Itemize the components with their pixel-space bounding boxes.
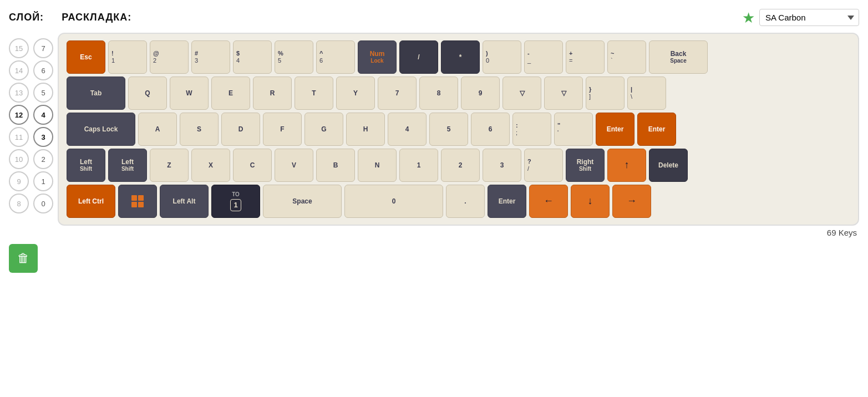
key-num9[interactable]: 9	[461, 77, 500, 110]
key-arrow-left[interactable]: ←	[529, 185, 568, 218]
key-n[interactable]: N	[358, 149, 397, 182]
key-w[interactable]: W	[170, 77, 209, 110]
delete-button[interactable]: 🗑	[9, 244, 38, 273]
key-enter2[interactable]: Enter	[637, 113, 676, 146]
key-t[interactable]: T	[295, 77, 333, 110]
header-right: ★ SA Carbon SA Oblivion GMK Nord	[742, 9, 859, 26]
layer-num-15[interactable]: 15	[9, 38, 29, 58]
key-x[interactable]: X	[191, 149, 230, 182]
key-space[interactable]: Space	[263, 185, 342, 218]
key-count: 69 Keys	[827, 228, 857, 237]
key-lalt[interactable]: Left Alt	[160, 185, 209, 218]
key-z[interactable]: Z	[150, 149, 189, 182]
key-excl[interactable]: !1	[108, 40, 147, 74]
key-capslock[interactable]: Caps Lock	[67, 113, 135, 146]
key-num7[interactable]: 7	[378, 77, 417, 110]
star-icon[interactable]: ★	[742, 11, 755, 25]
key-lctrl[interactable]: Left Ctrl	[67, 185, 115, 218]
key-quote[interactable]: "'	[554, 113, 593, 146]
key-g[interactable]: G	[304, 113, 343, 146]
key-s[interactable]: S	[180, 113, 219, 146]
key-num2[interactable]: 2	[441, 149, 480, 182]
key-equals[interactable]: +=	[566, 40, 605, 74]
key-num6[interactable]: 6	[471, 113, 510, 146]
layer-num-11[interactable]: 11	[9, 127, 29, 147]
key-pct[interactable]: %5	[275, 40, 313, 74]
key-win[interactable]	[118, 185, 157, 218]
key-arrow-down[interactable]: ↓	[571, 185, 610, 218]
key-num4[interactable]: 4	[388, 113, 427, 146]
header-left: СЛОЙ: РАСКЛАДКА:	[9, 12, 131, 23]
key-num3[interactable]: 3	[483, 149, 521, 182]
row-num-4[interactable]: 4	[33, 105, 53, 125]
key-at[interactable]: @2	[150, 40, 189, 74]
key-row-row1: Esc!1@2#3$4%5^6NumLock/*)0-_+=~`BackSpac…	[67, 40, 850, 74]
key-num1[interactable]: 1	[399, 149, 438, 182]
key-num5[interactable]: 5	[429, 113, 468, 146]
key-numslash[interactable]: /	[399, 40, 438, 74]
key-row-row3: Caps LockASDFGH456:;"'EnterEnter	[67, 113, 850, 146]
key-dollar[interactable]: $4	[233, 40, 272, 74]
key-rcurly[interactable]: }]	[586, 77, 625, 110]
layer-num-14[interactable]: 14	[9, 60, 29, 80]
layout-label: РАСКЛАДКА:	[62, 12, 131, 23]
layout-select[interactable]: SA Carbon SA Oblivion GMK Nord	[759, 9, 859, 26]
row-num-0[interactable]: 0	[33, 194, 53, 213]
key-numstar[interactable]: *	[441, 40, 480, 74]
keyboard-wrapper: Esc!1@2#3$4%5^6NumLock/*)0-_+=~`BackSpac…	[58, 33, 859, 237]
key-lshift2[interactable]: LeftShift	[108, 149, 147, 182]
key-y[interactable]: Y	[336, 77, 375, 110]
windows-icon	[131, 195, 144, 207]
key-d[interactable]: D	[221, 113, 260, 146]
key-lshift1[interactable]: LeftShift	[67, 149, 105, 182]
key-f[interactable]: F	[263, 113, 302, 146]
key-esc[interactable]: Esc	[67, 40, 105, 74]
key-c[interactable]: C	[233, 149, 272, 182]
key-minus[interactable]: -_	[524, 40, 563, 74]
key-h[interactable]: H	[346, 113, 385, 146]
row-num-1[interactable]: 1	[33, 171, 53, 191]
key-rpar[interactable]: )0	[483, 40, 521, 74]
key-delete[interactable]: Delete	[649, 149, 688, 182]
key-colon[interactable]: :;	[512, 113, 551, 146]
layer-num-8[interactable]: 8	[9, 194, 29, 213]
key-pipe[interactable]: |\	[627, 77, 666, 110]
key-v[interactable]: V	[275, 149, 313, 182]
row-num-5[interactable]: 5	[33, 83, 53, 103]
key-to1[interactable]: TO1	[211, 185, 260, 218]
key-r[interactable]: R	[253, 77, 292, 110]
row-num-3[interactable]: 3	[33, 127, 53, 147]
key-tridown1[interactable]: ▽	[502, 77, 541, 110]
key-q[interactable]: Q	[128, 77, 167, 110]
key-b[interactable]: B	[316, 149, 355, 182]
key-numenter[interactable]: Enter	[488, 185, 526, 218]
layer-num-10[interactable]: 10	[9, 149, 29, 169]
key-tilde[interactable]: ~`	[607, 40, 646, 74]
key-hash[interactable]: #3	[191, 40, 230, 74]
key-arrow-up[interactable]: ↑	[607, 149, 646, 182]
key-row-row5: Left CtrlLeft AltTO1Space0.Enter←↓→	[67, 185, 850, 218]
key-a[interactable]: A	[138, 113, 177, 146]
key-backspace[interactable]: BackSpace	[649, 40, 708, 74]
key-tridown2[interactable]: ▽	[544, 77, 583, 110]
layer-num-12[interactable]: 12	[9, 105, 29, 125]
layer-num-13[interactable]: 13	[9, 83, 29, 103]
key-caret[interactable]: ^6	[316, 40, 355, 74]
key-tab[interactable]: Tab	[67, 77, 125, 110]
key-num0[interactable]: 0	[344, 185, 443, 218]
row-num-6[interactable]: 6	[33, 60, 53, 80]
layer-num-9[interactable]: 9	[9, 171, 29, 191]
key-e[interactable]: E	[211, 77, 250, 110]
key-question[interactable]: ?/	[524, 149, 563, 182]
key-rshift[interactable]: RightShift	[566, 149, 605, 182]
key-arrow-right[interactable]: →	[612, 185, 651, 218]
row-num-7[interactable]: 7	[33, 38, 53, 58]
key-numlock[interactable]: NumLock	[358, 40, 397, 74]
key-row-row2: TabQWERTY789▽▽}]|\	[67, 77, 850, 110]
key-num8[interactable]: 8	[419, 77, 458, 110]
key-numdot[interactable]: .	[446, 185, 485, 218]
footer: 69 Keys	[58, 228, 859, 237]
key-row-row4: LeftShiftLeftShiftZXCVBN123?/RightShift↑…	[67, 149, 850, 182]
key-enter1[interactable]: Enter	[596, 113, 634, 146]
row-num-2[interactable]: 2	[33, 149, 53, 169]
